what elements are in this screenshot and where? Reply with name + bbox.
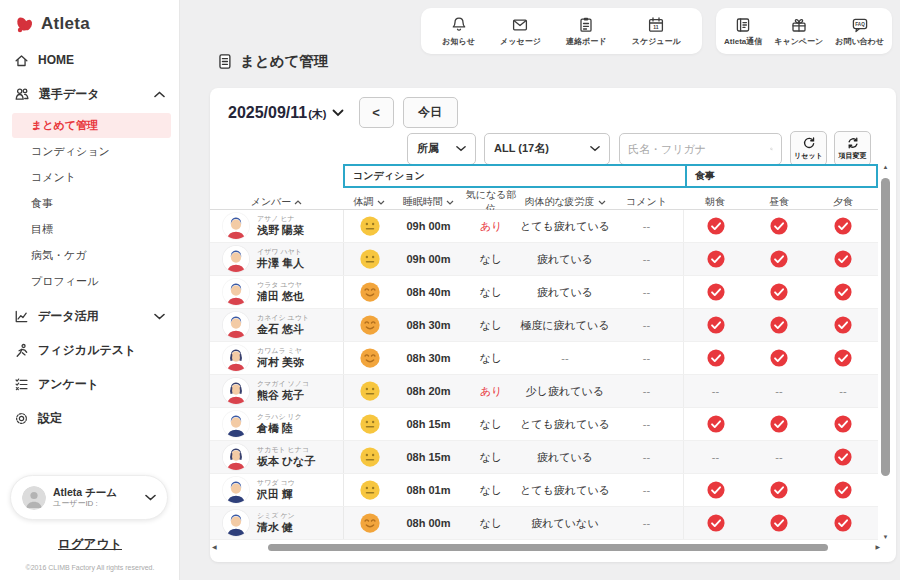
scroll-up-arrow[interactable]: ▲ — [879, 164, 892, 170]
member-cell[interactable]: カネイシ ユウト 金石 悠斗 — [210, 312, 343, 338]
today-button[interactable]: 今日 — [403, 97, 458, 128]
mail-icon — [511, 16, 529, 34]
sidebar-item-label: アンケート — [38, 376, 99, 393]
member-avatar — [223, 510, 249, 536]
info-link[interactable]: Atleta通信 — [720, 16, 766, 47]
date-picker[interactable]: 2025/09/11(木) — [228, 104, 344, 122]
quick-link[interactable]: 11スケジュール — [628, 16, 685, 47]
breakfast-recorded-check-icon — [707, 481, 725, 499]
column-mood-sort[interactable]: 体調 — [343, 195, 395, 209]
table-row: カネイシ ユウト 金石 悠斗 08h 30m なし 極度に疲れている -- — [210, 309, 878, 342]
member-cell[interactable]: クマガイ ソノコ 熊谷 苑子 — [210, 378, 343, 404]
svg-text:FAQ: FAQ — [855, 21, 865, 26]
member-avatar — [223, 378, 249, 404]
member-cell[interactable]: イザワ ハヤト 井澤 隼人 — [210, 246, 343, 272]
user-account-menu[interactable]: Atleta チーム ユーザーID : — [10, 475, 168, 520]
sidebar-item-data-usage[interactable]: データ活用 — [0, 299, 179, 333]
quick-link-label: メッセージ — [500, 36, 541, 47]
meal-group-label: 食事 — [685, 166, 876, 186]
scroll-right-arrow[interactable]: ▶ — [875, 543, 880, 550]
chevron-down-icon — [598, 200, 606, 205]
sidebar-subitem-コメント[interactable]: コメント — [12, 165, 171, 190]
column-member-sort[interactable]: メンバー — [210, 195, 343, 209]
member-cell[interactable]: シミズ ケン 清水 健 — [210, 510, 343, 536]
comment-value: -- — [610, 253, 683, 265]
sidebar-item-player-data[interactable]: 選手データ — [0, 77, 179, 111]
breakfast-cell: -- — [683, 375, 747, 407]
chevron-down-icon — [446, 200, 454, 205]
breakfast-cell — [683, 408, 747, 440]
column-member-label: メンバー — [251, 195, 292, 209]
breakfast-cell — [683, 474, 747, 506]
quick-link[interactable]: お知らせ — [438, 16, 479, 47]
member-name: 倉橋 陸 — [257, 422, 302, 436]
column-fatigue-sort[interactable]: 肉体的な疲労度 — [520, 195, 610, 209]
info-link[interactable]: FAQお問い合わせ — [831, 16, 888, 47]
table-column-headers: メンバー 体調 睡眠時間 気になる部位 肉体的な疲労度 コメント 朝食 昼食 夕… — [210, 188, 878, 210]
reset-button-label: リセット — [794, 151, 823, 161]
sidebar-subitem-まとめて管理[interactable]: まとめて管理 — [12, 113, 171, 138]
affiliation-select[interactable]: 所属 — [407, 133, 476, 165]
lunch-cell — [747, 217, 811, 235]
mood-neutral-icon — [343, 210, 395, 242]
quick-link[interactable]: 連絡ボード — [562, 16, 610, 47]
fatigue-value: -- — [520, 352, 610, 364]
concern-value: なし — [462, 351, 520, 366]
sidebar-item-survey[interactable]: アンケート — [0, 367, 179, 401]
horizontal-scrollbar: ◀ ▶ — [210, 543, 882, 553]
member-cell[interactable]: アサノ ヒナ 浅野 陽菜 — [210, 213, 343, 239]
sidebar-subitem-食事[interactable]: 食事 — [12, 191, 171, 216]
info-link-label: キャンペーン — [774, 36, 823, 47]
member-cell[interactable]: クラハシ リク 倉橋 陸 — [210, 411, 343, 437]
scroll-left-arrow[interactable]: ◀ — [212, 543, 217, 550]
sidebar-item-settings[interactable]: 設定 — [0, 401, 179, 435]
sleep-time-value: 08h 01m — [395, 484, 462, 496]
member-kana: カネイシ ユウト — [257, 314, 309, 323]
atleta-logo[interactable]: Atleta — [0, 0, 179, 43]
chevron-down-icon — [332, 109, 344, 117]
breakfast-cell — [683, 243, 747, 275]
logout-link[interactable]: ログアウト — [0, 536, 180, 553]
breakfast-recorded-check-icon — [707, 283, 725, 301]
mood-neutral-icon — [343, 441, 395, 473]
change-items-button[interactable]: 項目変更 — [834, 131, 871, 166]
member-cell[interactable]: カワムラ ミヤ 河村 美弥 — [210, 345, 343, 371]
column-sleep-sort[interactable]: 睡眠時間 — [395, 195, 462, 209]
table-row: シミズ ケン 清水 健 08h 00m なし 疲れていない -- — [210, 507, 878, 540]
dinner-cell: -- — [811, 385, 875, 397]
member-avatar — [223, 477, 249, 503]
dinner-recorded-check-icon — [834, 316, 852, 334]
fatigue-value: 疲れている — [520, 450, 610, 465]
lunch-recorded-check-icon — [770, 481, 788, 499]
sidebar-subitem-プロフィール[interactable]: プロフィール — [12, 269, 171, 294]
quick-link-label: 連絡ボード — [566, 36, 606, 47]
survey-icon — [14, 377, 29, 392]
swap-arrows-icon — [846, 136, 860, 150]
sidebar-subitem-目標[interactable]: 目標 — [12, 217, 171, 242]
lunch-recorded-check-icon — [770, 283, 788, 301]
member-count-select[interactable]: ALL (17名) — [484, 133, 610, 165]
info-link[interactable]: キャンペーン — [770, 16, 827, 47]
dinner-cell — [811, 415, 875, 433]
prev-day-button[interactable]: < — [359, 97, 394, 128]
summary-management-panel: 2025/09/11(木) < 今日 所属 ALL (17名) リセット — [210, 88, 896, 562]
sidebar-subitem-コンディション[interactable]: コンディション — [12, 139, 171, 164]
scroll-down-arrow[interactable]: ▼ — [879, 534, 892, 540]
member-cell[interactable]: ウラタ ユウヤ 浦田 悠也 — [210, 279, 343, 305]
horizontal-scrollbar-thumb[interactable] — [268, 544, 828, 551]
vertical-scrollbar-thumb[interactable] — [881, 178, 890, 476]
member-kana: サワダ コウ — [257, 479, 295, 488]
sidebar-subitem-病気・ケガ[interactable]: 病気・ケガ — [12, 243, 171, 268]
table-row: クラハシ リク 倉橋 陸 08h 15m なし とても疲れている -- — [210, 408, 878, 441]
reset-button[interactable]: リセット — [790, 131, 827, 166]
atleta-logo-icon — [14, 13, 36, 35]
concern-value: あり — [462, 219, 520, 234]
quick-link[interactable]: メッセージ — [496, 16, 545, 47]
name-search-input[interactable] — [628, 143, 770, 155]
page-title: まとめて管理 — [216, 52, 328, 71]
member-cell[interactable]: サカモト ヒナコ 坂本 ひな子 — [210, 444, 343, 470]
lunch-empty-value: -- — [775, 385, 782, 397]
member-cell[interactable]: サワダ コウ 沢田 輝 — [210, 477, 343, 503]
sidebar-item-home[interactable]: HOME — [0, 43, 179, 77]
sidebar-item-physical-test[interactable]: フィジカルテスト — [0, 333, 179, 367]
